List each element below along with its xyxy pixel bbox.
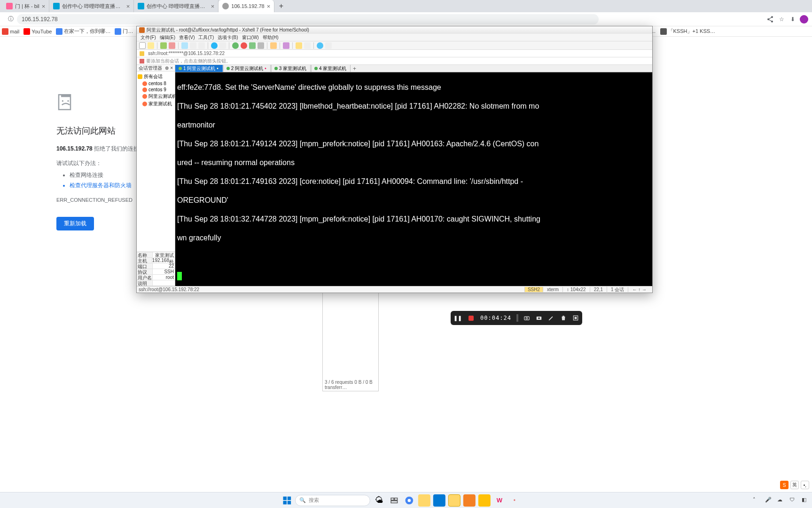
menu-tools[interactable]: 工具(T): [197, 34, 215, 41]
tb-stop-icon[interactable]: [241, 42, 247, 49]
xshell-address-bar[interactable]: ssh://root:********@106.15.192.78:22: [137, 50, 652, 57]
bookmark-item[interactable]: YouTube: [23, 28, 52, 35]
taskbar-app-chrome[interactable]: [403, 494, 415, 507]
tree-node[interactable]: centos 9: [137, 87, 175, 93]
tree-root[interactable]: 所有会话: [137, 73, 175, 80]
screen-recorder-bar[interactable]: ❚❚ 00:04:24: [451, 311, 582, 325]
star-icon[interactable]: ☆: [777, 15, 786, 24]
ime-lang[interactable]: 英: [790, 481, 799, 489]
close-icon[interactable]: ×: [211, 3, 215, 10]
tb-fullscreen-icon[interactable]: [249, 42, 256, 49]
bookmark-item[interactable]: 在家一下，你到哪…: [56, 28, 110, 35]
term-line: eff:fe2e:77d8. Set the 'ServerName' dire…: [177, 83, 650, 92]
session-tabs: 1 阿里云测试机• 2 阿里云测试机• 3 家里测试机 4 家里测试机 +: [175, 65, 652, 72]
close-icon[interactable]: ×: [126, 3, 130, 10]
tb-about-icon[interactable]: [325, 42, 332, 49]
taskbar-app-running[interactable]: •: [508, 494, 521, 507]
menu-edit[interactable]: 编辑(E): [158, 34, 177, 41]
tray-chevron-icon[interactable]: ˄: [753, 497, 760, 504]
menu-file[interactable]: 文件(F): [139, 34, 157, 41]
taskbar-app-stackoverflow[interactable]: [463, 494, 476, 507]
url-input[interactable]: 106.15.192.78: [17, 14, 599, 24]
camera-outline-icon[interactable]: [523, 314, 531, 322]
bookmark-item[interactable]: mail: [2, 28, 19, 35]
session-tab-active[interactable]: 1 阿里云测试机•: [175, 65, 223, 72]
ime-indicator[interactable]: S 英 •,: [780, 481, 809, 489]
tb-disconnect-icon[interactable]: [169, 42, 175, 49]
session-properties: 名称家里测试机 主机192.168… 端口22 协议SSH 用户名root 说明: [137, 252, 175, 286]
taskbar-app-store[interactable]: [448, 494, 461, 507]
tb-search-icon[interactable]: [198, 42, 205, 49]
tray-onedrive-icon[interactable]: ☁: [777, 497, 785, 504]
xshell-icon: [139, 27, 145, 33]
ime-punct[interactable]: •,: [801, 481, 809, 489]
browser-tab-active[interactable]: 106.15.192.78 ×: [219, 0, 274, 12]
tree-node[interactable]: 阿里云测试机: [137, 93, 175, 100]
taskbar-app-explorer[interactable]: [418, 494, 430, 507]
menu-tabs[interactable]: 选项卡(B): [216, 34, 239, 41]
tb-copy-icon[interactable]: [190, 42, 196, 49]
new-tab-button[interactable]: +: [274, 0, 288, 12]
snapshot-icon[interactable]: [535, 314, 543, 322]
start-button[interactable]: [282, 495, 292, 506]
profile-icon[interactable]: [800, 15, 808, 24]
status-dot-icon: [226, 67, 230, 70]
expand-icon[interactable]: [572, 314, 579, 322]
xshell-titlebar[interactable]: 阿里云测试机 - root@iZuf6xxx:/var/log/httpd - …: [137, 26, 652, 34]
download-icon[interactable]: ⬇: [789, 15, 797, 24]
tray-unknown-icon[interactable]: ◧: [802, 497, 809, 504]
pause-icon[interactable]: ❚❚: [453, 314, 462, 322]
menu-window[interactable]: 窗口(W): [241, 34, 260, 41]
session-tab[interactable]: 2 阿里云测试机•: [223, 65, 271, 72]
taskbar-app-weather[interactable]: 🌤: [373, 494, 385, 507]
tray-mic-icon[interactable]: 🎤: [765, 497, 773, 504]
record-icon[interactable]: [467, 314, 475, 322]
close-icon[interactable]: ×: [267, 3, 271, 10]
tb-cascade-icon[interactable]: [304, 42, 311, 49]
bookmark-item[interactable]: 门…: [115, 28, 133, 35]
tb-reconnect-icon[interactable]: [160, 42, 167, 49]
tb-log-icon[interactable]: [283, 42, 289, 49]
status-left: ssh://root@106.15.192.78:22: [139, 287, 199, 292]
term-line: [Thu Sep 28 18:01:21.749124 2023] [mpm_p…: [177, 139, 650, 149]
add-session-tab[interactable]: +: [351, 65, 358, 72]
reload-button[interactable]: 重新加载: [56, 217, 94, 230]
bookmark-item[interactable]: 「KSSH」+1 KSS…: [660, 28, 716, 35]
tb-layout-icon[interactable]: [296, 42, 302, 49]
tb-color-icon[interactable]: [211, 42, 218, 49]
taskbar-app-mail[interactable]: [433, 494, 445, 507]
tb-font-icon[interactable]: [219, 42, 226, 49]
tree-node[interactable]: 家里测试机: [137, 100, 175, 108]
menu-help[interactable]: 帮助(H): [261, 34, 280, 41]
close-icon[interactable]: ×: [42, 3, 46, 10]
tb-go-icon[interactable]: [232, 42, 239, 49]
browser-tab[interactable]: 创作中心 哔哩哔哩直播视频… ×: [49, 0, 134, 12]
terminal[interactable]: eff:fe2e:77d8. Set the 'ServerName' dire…: [175, 72, 652, 286]
share-icon[interactable]: [766, 15, 774, 24]
tb-lock-icon[interactable]: [270, 42, 277, 49]
taskbar-app-taskview[interactable]: [388, 494, 400, 507]
browser-tab[interactable]: 创作中心 哔哩哔哩直播视频… ×: [134, 0, 219, 12]
tb-new-icon[interactable]: [139, 42, 146, 49]
taskbar-search[interactable]: 🔍 搜索: [295, 495, 370, 506]
pen-icon[interactable]: [547, 314, 555, 322]
status-dot-icon: [179, 67, 182, 70]
tray-security-icon[interactable]: 🛡: [789, 497, 797, 504]
status-caps[interactable]: ← ↑ →: [628, 287, 650, 292]
tb-props-icon[interactable]: [181, 42, 188, 49]
session-tab[interactable]: 3 家里测试机: [271, 65, 311, 72]
taskbar-app-obs[interactable]: [478, 494, 491, 507]
sidebar-controls[interactable]: ⊕ ×: [165, 65, 173, 71]
ime-sogou-icon[interactable]: S: [780, 481, 789, 489]
session-tab[interactable]: 4 家里测试机: [311, 65, 351, 72]
tb-help-icon[interactable]: [317, 42, 323, 49]
browser-tab[interactable]: 门 | 杯 - bil ×: [2, 0, 49, 12]
tb-open-icon[interactable]: [148, 42, 154, 49]
trash-icon[interactable]: [560, 314, 567, 322]
taskbar-app-wps[interactable]: W: [493, 494, 506, 507]
menu-view[interactable]: 查看(V): [178, 34, 196, 41]
tb-split-icon[interactable]: [258, 42, 264, 49]
site-info-icon[interactable]: ⓘ: [7, 15, 15, 24]
tree-node[interactable]: centos 8: [137, 80, 175, 87]
status-term: xterm: [543, 287, 562, 292]
